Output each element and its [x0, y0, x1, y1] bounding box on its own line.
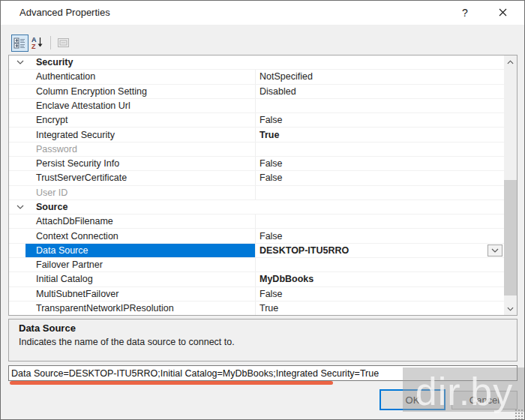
property-row[interactable]: Password — [9, 142, 504, 157]
property-name: Data Source — [26, 244, 256, 257]
close-button[interactable] — [487, 1, 518, 24]
property-name: Authentication — [26, 70, 256, 83]
chevron-down-icon[interactable] — [9, 200, 26, 214]
property-value[interactable]: False — [256, 113, 504, 127]
scrollbar-thumb[interactable] — [504, 180, 517, 296]
property-row[interactable]: AttachDbFilename — [9, 214, 504, 229]
vertical-scrollbar[interactable] — [504, 56, 517, 315]
property-row[interactable]: Column Encryption SettingDisabled — [9, 85, 504, 99]
corner-dots-pattern — [514, 409, 524, 419]
property-name: Integrated Security — [26, 128, 256, 141]
property-name: MultiSubnetFailover — [26, 287, 256, 301]
property-row[interactable]: MultiSubnetFailoverFalse — [9, 287, 504, 302]
row-gutter — [9, 157, 26, 170]
category-label: Security — [26, 56, 256, 69]
property-value[interactable]: True — [256, 128, 504, 141]
property-value[interactable] — [256, 258, 504, 272]
window-title: Advanced Properties — [20, 7, 110, 18]
category-label: Source — [26, 200, 256, 214]
row-gutter — [9, 113, 26, 127]
cancel-button-label: Cancel — [470, 394, 500, 406]
property-row[interactable]: Persist Security InfoFalse — [9, 157, 504, 171]
property-value[interactable] — [256, 142, 504, 156]
categorized-view-icon — [14, 37, 26, 50]
row-gutter — [9, 186, 26, 200]
property-name: TransparentNetworkIPResolution — [26, 302, 256, 315]
property-row[interactable]: TrustServerCertificateFalse — [9, 171, 504, 185]
property-value[interactable]: False — [256, 229, 504, 242]
description-title: Data Source — [19, 322, 517, 334]
cancel-button[interactable]: Cancel — [452, 391, 518, 410]
property-value[interactable]: False — [256, 171, 504, 184]
description-text: Indicates the name of the data source to… — [19, 337, 517, 347]
row-gutter — [9, 171, 26, 184]
row-gutter — [9, 229, 26, 242]
scroll-up-icon[interactable] — [504, 56, 517, 68]
property-grid: SecurityAuthenticationNotSpecifiedColumn… — [8, 55, 518, 316]
row-gutter — [9, 99, 26, 112]
property-name: Context Connection — [26, 229, 256, 242]
property-row[interactable]: Enclave Attestation Url — [9, 99, 504, 113]
property-row[interactable]: EncryptFalse — [9, 113, 504, 128]
property-row[interactable]: TransparentNetworkIPResolutionTrue — [9, 302, 504, 315]
ok-button-label: OK — [406, 394, 420, 406]
property-row[interactable]: Integrated SecurityTrue — [9, 128, 504, 142]
category-row[interactable]: Source — [9, 200, 504, 214]
property-pages-button[interactable] — [55, 34, 72, 52]
property-value[interactable]: Disabled — [256, 85, 504, 98]
property-row[interactable]: Initial CatalogMyDbBooks — [9, 272, 504, 286]
toolbar-separator — [50, 36, 51, 50]
property-row[interactable]: AuthenticationNotSpecified — [9, 70, 504, 84]
property-value[interactable]: MyDbBooks — [256, 272, 504, 286]
property-row[interactable]: Data SourceDESKTOP-ITU5RRO — [9, 244, 504, 258]
row-gutter — [9, 142, 26, 156]
help-button[interactable]: ? — [449, 1, 481, 24]
property-value[interactable]: NotSpecified — [256, 70, 504, 83]
property-value[interactable]: False — [256, 287, 504, 301]
property-value[interactable]: True — [256, 302, 504, 315]
property-value[interactable]: False — [256, 157, 504, 170]
property-grid-rows: SecurityAuthenticationNotSpecifiedColumn… — [9, 56, 504, 315]
propertygrid-toolbar: A Z — [11, 34, 72, 52]
close-icon — [499, 8, 507, 16]
property-pages-icon — [57, 38, 70, 49]
row-gutter — [9, 214, 26, 228]
category-row[interactable]: Security — [9, 56, 504, 70]
row-gutter — [9, 85, 26, 98]
alphabetical-sort-icon: A Z — [31, 36, 44, 50]
property-name: Enclave Attestation Url — [26, 99, 256, 112]
property-name: Column Encryption Setting — [26, 85, 256, 98]
help-icon: ? — [462, 7, 468, 19]
dropdown-button[interactable] — [488, 244, 502, 256]
svg-text:Z: Z — [32, 43, 36, 50]
property-row[interactable]: User ID — [9, 186, 504, 200]
property-name: User ID — [26, 186, 256, 200]
property-row[interactable]: Context ConnectionFalse — [9, 229, 504, 243]
categorized-button[interactable] — [11, 34, 28, 52]
ok-button[interactable]: OK — [380, 389, 446, 410]
alphabetical-sort-button[interactable]: A Z — [28, 34, 46, 52]
row-gutter — [9, 258, 26, 272]
connection-string-input[interactable] — [8, 365, 518, 381]
scroll-down-icon[interactable] — [504, 302, 517, 315]
property-value[interactable] — [256, 99, 504, 112]
property-name: Initial Catalog — [26, 272, 256, 286]
property-value[interactable] — [256, 214, 504, 228]
chevron-down-icon[interactable] — [9, 56, 26, 69]
property-name: AttachDbFilename — [26, 214, 256, 228]
property-row[interactable]: Failover Partner — [9, 258, 504, 272]
property-value[interactable] — [256, 186, 504, 200]
property-name: Failover Partner — [26, 258, 256, 272]
row-gutter — [9, 244, 26, 257]
advanced-properties-dialog: { "window": { "title": "Advanced Propert… — [0, 0, 525, 420]
row-gutter — [9, 272, 26, 286]
property-name: Password — [26, 142, 256, 156]
annotation-underline — [10, 381, 333, 385]
property-name: Persist Security Info — [26, 157, 256, 170]
description-panel: Data Source Indicates the name of the da… — [8, 319, 518, 362]
row-gutter — [9, 70, 26, 83]
row-gutter — [9, 302, 26, 315]
title-bar: Advanced Properties ? — [1, 1, 524, 25]
property-value[interactable]: DESKTOP-ITU5RRO — [256, 244, 504, 257]
property-name: Encrypt — [26, 113, 256, 127]
